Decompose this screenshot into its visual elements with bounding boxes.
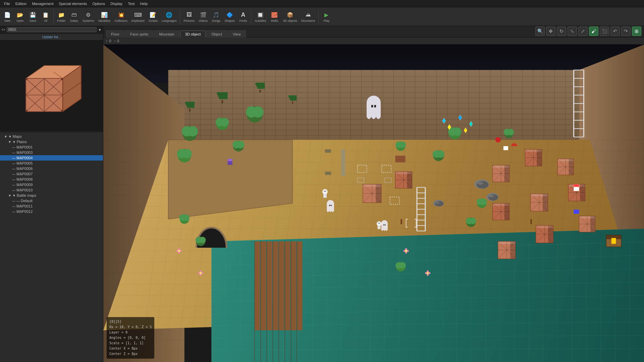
tab-mountain[interactable]: Mountain (154, 31, 179, 38)
toolbar-all[interactable]: 📋 All (40, 10, 52, 23)
tree-battle-maps-label: Battle maps (17, 193, 36, 197)
menu-management[interactable]: Management (29, 1, 56, 6)
tree-item-map0008[interactable]: — MAP0008 (0, 177, 103, 182)
menu-file[interactable]: File (1, 1, 13, 6)
toolbar-new[interactable]: 📄 New (1, 10, 13, 23)
crate-preview (15, 49, 89, 123)
map-info-line5: Scale = [1, 1, 1] (109, 341, 152, 346)
map-selector-arrow[interactable]: ▼ (98, 28, 102, 32)
menu-display[interactable]: Display (108, 1, 125, 6)
map-info-line1: [0][5] (109, 319, 152, 324)
open-icon: 📂 (16, 11, 24, 19)
tree-item-map0006[interactable]: — MAP0006 (0, 166, 103, 171)
chevron-down-icon: ▼ (4, 135, 7, 138)
tool-paint[interactable]: 🖌 (589, 26, 598, 36)
menu-edition[interactable]: Edition (13, 1, 30, 6)
tree-item-map0003[interactable]: — MAP0003 (0, 150, 103, 155)
tree-item-map0005[interactable]: — MAP0005 (0, 161, 103, 166)
tab-3d-object[interactable]: 3D object (180, 31, 206, 38)
toolbar-open[interactable]: 📂 Open (14, 10, 26, 23)
toolbar-walls[interactable]: 🧱 Walls (268, 10, 280, 23)
pictures-icon: 🖼 (185, 11, 193, 19)
tree-map0010-label: MAP0010 (16, 188, 33, 192)
toolbar-keyboard-label: Keyboard (131, 19, 145, 22)
languages-icon: 🌐 (165, 11, 173, 19)
tree-map0001-label: MAP0001 (16, 145, 33, 149)
tree-item-plains[interactable]: ▼ ▼ Plains (0, 139, 103, 144)
toolbar-fonts[interactable]: A Fonts (237, 10, 249, 23)
update-list-button[interactable]: Update list... (42, 35, 61, 39)
tab-face-sprite[interactable]: Face sprite (125, 31, 153, 38)
toolbar-shapes[interactable]: 🔷 Shapes (223, 10, 236, 23)
toolbar-videos[interactable]: 🎬 Videos (197, 10, 209, 23)
coord-y-arrow: ↑ (114, 39, 116, 43)
tree-panel: ▼ ▼ Maps ▼ ▼ Plains — MAP0001 — MAP0003 … (0, 132, 103, 362)
menu-special-elements[interactable]: Special elements (56, 1, 90, 6)
menu-options[interactable]: Options (90, 1, 108, 6)
map-toolbar: ↑ 0 ↑ 0 (103, 38, 644, 45)
map-icon-0012: — (12, 210, 15, 214)
tree-item-map0007[interactable]: — MAP0007 (0, 171, 103, 177)
tree-item-map0011[interactable]: — MAP0011 (0, 203, 103, 209)
toolbar: 📄 New 📂 Open 💾 Save 📋 All 📁 Folder 🗃 Dat… (0, 7, 644, 26)
map-info-overlay: [0][5] 0x = 10, Y = 0, Z = 5 Layer = 0 A… (107, 317, 154, 359)
toolbar-play[interactable]: ▶ Play (320, 10, 332, 23)
toolbar-mountains[interactable]: ⛰ Mountains (300, 10, 317, 23)
map-info-line3: Layer = 0 (109, 330, 152, 335)
toolbar-keyboard[interactable]: ⌨ Keyboard (130, 10, 146, 23)
tool-cursor[interactable]: 🔍 (535, 26, 545, 36)
tab-floor[interactable]: Floor (106, 31, 124, 38)
left-panel: <> ▼ Update list... (0, 26, 103, 362)
tree-map0008-label: MAP0008 (16, 177, 33, 181)
toolbar-shapes-label: Shapes (224, 19, 235, 22)
tab-object[interactable]: Object (206, 31, 227, 38)
map-icon-0010: — (12, 188, 15, 192)
tool-place[interactable]: ⤢ (578, 26, 588, 36)
tab-bar: Floor Face sprite Mountain 3D object Obj… (103, 26, 644, 38)
folder-battle-icon: ▼ (12, 194, 16, 197)
toolbar-pictures[interactable]: 🖼 Pictures (182, 10, 196, 23)
tool-redo[interactable]: ↷ (621, 26, 631, 36)
toolbar-scripts[interactable]: 📝 Scripts (147, 10, 159, 23)
menu-test[interactable]: Test (125, 1, 137, 6)
tool-scale[interactable]: ⤡ (568, 26, 577, 36)
tool-rotate-y[interactable]: ↻ (557, 26, 566, 36)
tree-item-map0004[interactable]: — MAP0004 (0, 155, 103, 161)
toolbar-play-label: Play (324, 19, 330, 22)
tree-item-map0010[interactable]: — MAP0010 (0, 187, 103, 193)
toolbar-songs[interactable]: 🎵 Songs (210, 10, 222, 23)
menu-help[interactable]: Help (138, 1, 151, 6)
tree-item-default[interactable]: — — Default (0, 198, 103, 203)
map-icon-0008: — (12, 178, 15, 181)
toolbar-languages[interactable]: 🌐 Languages (160, 10, 178, 23)
tree-item-map0012[interactable]: — MAP0012 (0, 209, 103, 214)
tree-item-maps[interactable]: ▼ ▼ Maps (0, 134, 103, 139)
tool-dark[interactable]: ⬛ (600, 26, 609, 36)
tool-translate[interactable]: ✥ (546, 26, 555, 36)
svg-rect-29 (61, 110, 62, 112)
toolbar-3dobjects[interactable]: 📦 3D objects (281, 10, 299, 23)
toolbar-datas[interactable]: 🗃 Datas (68, 10, 80, 23)
toolbar-systems[interactable]: ⚙ Systems (81, 10, 96, 23)
chevron-down-icon-plains: ▼ (8, 140, 11, 144)
toolbar-variables[interactable]: 📊 Variables (97, 10, 112, 23)
toolbar-songs-label: Songs (212, 19, 221, 22)
tab-view[interactable]: View (228, 31, 246, 38)
tool-grid[interactable]: ⊞ (632, 26, 641, 36)
tree-maps-label: Maps (13, 134, 22, 138)
tree-map0005-label: MAP0005 (16, 161, 33, 165)
tree-item-map0009[interactable]: — MAP0009 (0, 182, 103, 187)
tree-item-battle-maps[interactable]: ▼ ▼ Battle maps (0, 193, 103, 198)
toolbar-folder[interactable]: 📁 Folder (55, 10, 67, 23)
map-viewport[interactable]: [0][5] 0x = 10, Y = 0, Z = 5 Layer = 0 A… (103, 45, 644, 362)
map-icon-0003: — (12, 151, 15, 155)
chevron-down-icon-battle: ▼ (8, 194, 11, 197)
tool-undo[interactable]: ↶ (610, 26, 620, 36)
new-icon: 📄 (3, 11, 11, 19)
toolbar-collisions[interactable]: 💥 Collisions (113, 10, 129, 23)
map-selector-input[interactable] (7, 27, 97, 32)
toolbar-pictures-label: Pictures (183, 19, 195, 22)
toolbar-save[interactable]: 💾 Save (27, 10, 39, 23)
tree-item-map0001[interactable]: — MAP0001 (0, 144, 103, 150)
toolbar-autotiles[interactable]: 🔲 Autotiles (253, 10, 268, 23)
